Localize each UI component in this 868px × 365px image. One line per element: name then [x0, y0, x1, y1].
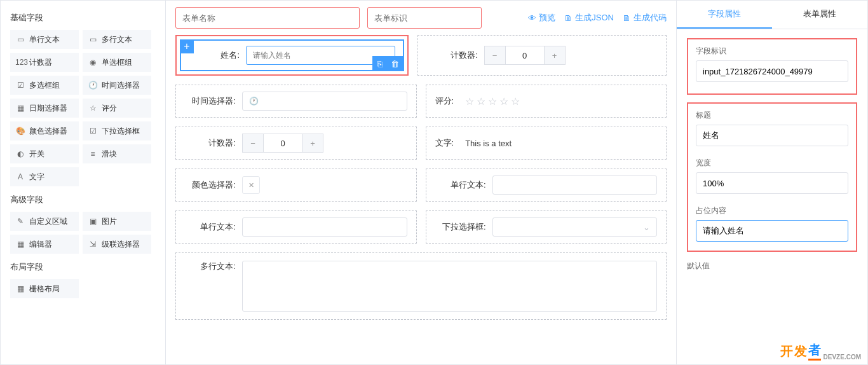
- palette-item-label: 栅格布局: [29, 284, 60, 294]
- textarea-input[interactable]: [242, 261, 657, 312]
- field-type-icon: ▭: [15, 35, 25, 44]
- palette-item[interactable]: A文字: [10, 167, 79, 186]
- palette-item[interactable]: 123计数器: [10, 53, 79, 72]
- field-type-icon: ☑: [15, 81, 25, 90]
- field-input-1[interactable]: 单行文本:: [426, 169, 667, 202]
- field-textarea[interactable]: 多行文本:: [175, 252, 667, 320]
- palette-item-label: 日期选择器: [29, 103, 67, 114]
- field-counter[interactable]: 计数器: − 0 +: [417, 35, 667, 76]
- prop-fieldid-input[interactable]: [696, 60, 848, 82]
- field-type-icon: ≡: [88, 149, 98, 158]
- palette-item-label: 多行文本: [102, 34, 132, 45]
- clock-icon: 🕐: [249, 97, 259, 106]
- plus-button[interactable]: +: [302, 134, 323, 153]
- color-clear-button[interactable]: ✕: [242, 176, 260, 194]
- text-value: This is a text: [465, 139, 512, 148]
- tab-form-props[interactable]: 表单属性: [772, 1, 867, 29]
- section-basic-title: 基础字段: [10, 12, 156, 24]
- palette-item[interactable]: 🕐时间选择器: [83, 76, 151, 95]
- palette-item[interactable]: ☑下拉选择框: [83, 121, 151, 141]
- rate-stars[interactable]: ☆☆☆☆☆: [465, 95, 520, 107]
- section-advanced-title: 高级字段: [10, 194, 156, 205]
- field-name-selected[interactable]: + 姓名: ⎘ 🗑: [175, 35, 409, 76]
- palette-item[interactable]: ▭多行文本: [83, 30, 151, 49]
- tab-field-props[interactable]: 字段属性: [677, 1, 772, 29]
- palette-item-label: 时间选择器: [102, 80, 140, 91]
- palette-item-label: 多选框组: [29, 80, 60, 91]
- eye-icon: 👁: [528, 13, 536, 23]
- text-input-2[interactable]: [242, 217, 407, 237]
- field-type-icon: 123: [15, 58, 25, 67]
- prop-placeholder-input[interactable]: [696, 220, 848, 242]
- text-input[interactable]: [492, 176, 658, 195]
- doc-icon: 🗎: [564, 13, 573, 23]
- field-type-icon: ▦: [15, 240, 25, 249]
- minus-button[interactable]: −: [484, 46, 506, 65]
- palette-item-label: 滑块: [102, 149, 117, 160]
- field-color[interactable]: 颜色选择器: ✕: [175, 169, 417, 202]
- field-select[interactable]: 下拉选择框: ⌄: [426, 210, 667, 244]
- palette-item[interactable]: ▭单行文本: [10, 30, 79, 49]
- prop-title-label: 标题: [696, 110, 848, 121]
- counter-control-2[interactable]: − 0 +: [242, 134, 323, 153]
- palette-item[interactable]: ✎自定义区域: [10, 212, 79, 231]
- delete-icon[interactable]: 🗑: [388, 56, 403, 71]
- field-type-icon: ▦: [15, 284, 25, 293]
- palette-item-label: 评分: [102, 103, 117, 114]
- palette-item[interactable]: ▦编辑器: [10, 235, 79, 254]
- chevron-down-icon: ⌄: [643, 223, 650, 232]
- form-name-input[interactable]: [175, 7, 360, 29]
- gen-code-link[interactable]: 🗎生成代码: [623, 12, 667, 24]
- field-type-icon: ◐: [15, 149, 25, 158]
- gen-json-link[interactable]: 🗎生成JSON: [564, 12, 614, 24]
- select-input[interactable]: ⌄: [492, 217, 658, 237]
- copy-icon[interactable]: ⎘: [372, 56, 388, 71]
- add-icon[interactable]: +: [180, 39, 194, 53]
- prop-width-label: 宽度: [696, 158, 848, 169]
- counter-control[interactable]: − 0 +: [484, 46, 566, 65]
- palette-item-label: 文字: [29, 172, 44, 182]
- field-palette: 基础字段 ▭单行文本▭多行文本123计数器◉单选框组☑多选框组🕐时间选择器▦日期…: [1, 1, 166, 364]
- field-input-2[interactable]: 单行文本:: [175, 210, 417, 244]
- palette-item[interactable]: ▣图片: [83, 212, 151, 231]
- prop-width-input[interactable]: [696, 172, 848, 194]
- palette-item[interactable]: ◉单选框组: [83, 53, 151, 72]
- palette-item-label: 自定义区域: [29, 216, 67, 227]
- field-type-icon: ◉: [88, 58, 98, 67]
- form-canvas[interactable]: + 姓名: ⎘ 🗑 计数器: − 0 +: [166, 35, 676, 364]
- palette-item[interactable]: ▦日期选择器: [10, 99, 79, 118]
- palette-item-label: 图片: [102, 216, 117, 227]
- field-timepicker[interactable]: 时间选择器: 🕐: [175, 85, 417, 118]
- field-type-icon: ▦: [15, 104, 25, 113]
- palette-item[interactable]: 🎨颜色选择器: [10, 121, 79, 141]
- palette-item-label: 开关: [29, 149, 44, 160]
- top-bar: 👁预览 🗎生成JSON 🗎生成代码: [166, 1, 676, 35]
- field-label: 姓名:: [189, 50, 246, 61]
- palette-item[interactable]: ☆评分: [83, 99, 151, 118]
- field-type-icon: ☑: [88, 127, 98, 135]
- palette-item-label: 单选框组: [102, 57, 132, 68]
- palette-item-label: 下拉选择框: [102, 126, 140, 137]
- prop-title-input[interactable]: [696, 125, 848, 146]
- palette-item[interactable]: ◐开关: [10, 144, 79, 163]
- palette-item[interactable]: ⇲级联选择器: [83, 235, 151, 254]
- field-type-icon: ▣: [88, 217, 98, 226]
- palette-item-label: 颜色选择器: [29, 126, 67, 137]
- form-id-input[interactable]: [367, 7, 482, 29]
- palette-item-label: 计数器: [29, 57, 52, 68]
- palette-item[interactable]: ☑多选框组: [10, 76, 79, 95]
- field-type-icon: 🎨: [15, 127, 25, 135]
- doc-icon: 🗎: [623, 13, 631, 23]
- field-type-icon: ▭: [88, 35, 98, 44]
- preview-link[interactable]: 👁预览: [528, 12, 555, 24]
- palette-item-label: 编辑器: [29, 239, 52, 250]
- field-text[interactable]: 文字: This is a text: [426, 127, 667, 160]
- plus-button[interactable]: +: [544, 46, 566, 65]
- minus-button[interactable]: −: [242, 134, 264, 153]
- field-counter-2[interactable]: 计数器: − 0 +: [175, 127, 417, 160]
- palette-item[interactable]: ▦栅格布局: [10, 279, 79, 298]
- time-input[interactable]: 🕐: [242, 92, 407, 111]
- property-panel: 字段属性 表单属性 字段标识 标题 宽度 占位内容: [677, 1, 867, 364]
- field-rate[interactable]: 评分: ☆☆☆☆☆: [426, 85, 667, 118]
- palette-item[interactable]: ≡滑块: [83, 144, 151, 163]
